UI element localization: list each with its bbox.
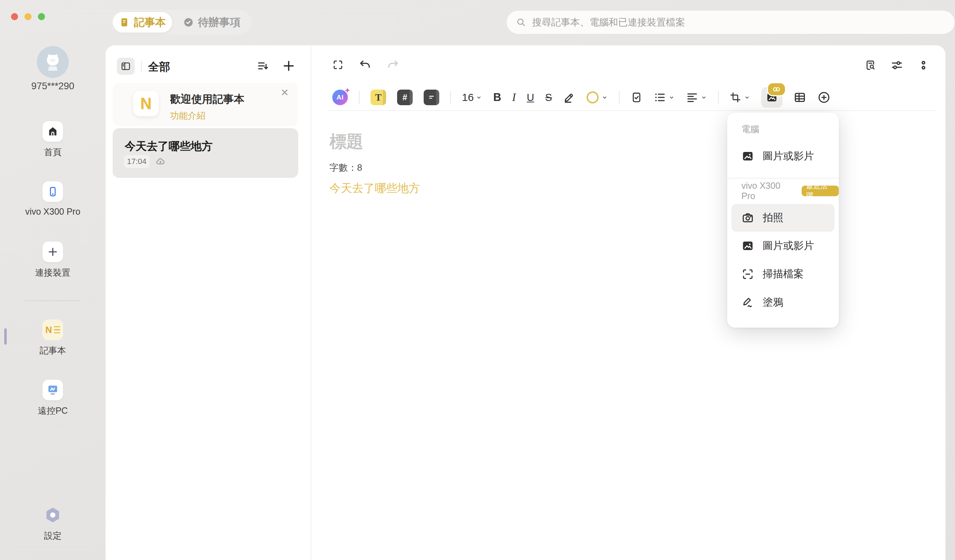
checkbox-button[interactable] — [631, 91, 643, 103]
doodle-pen-icon — [741, 296, 754, 309]
menu-item-take-photo[interactable]: 拍照 — [731, 204, 834, 232]
chevron-down-icon — [744, 94, 750, 100]
more-menu-button[interactable] — [917, 59, 930, 71]
tab-notes[interactable]: 記事本 — [113, 12, 172, 33]
chevron-down-icon — [601, 94, 608, 100]
link-badge — [767, 82, 786, 96]
sidebar-item-remote-pc-label: 遠控PC — [38, 405, 68, 416]
tab-todos[interactable]: 待辦事項 — [172, 15, 252, 30]
format-toolbar: AI✦ T # 16 B I U S — [332, 87, 831, 108]
underline-button[interactable]: U — [527, 92, 534, 103]
insert-image-menu: 電腦 圖片或影片 vivo X300 Pro 最近活躍 拍照 圖片或影片 掃描檔… — [727, 113, 839, 328]
sort-icon — [257, 59, 269, 72]
list-editor-divider — [311, 45, 312, 560]
insert-table-button[interactable] — [794, 91, 806, 104]
home-tile — [42, 121, 63, 142]
cat-avatar-icon — [42, 51, 64, 73]
menu-divider — [727, 178, 839, 178]
connect-tile — [42, 242, 63, 262]
note-title: 今天去了哪些地方 — [125, 139, 213, 154]
search-bar[interactable] — [507, 11, 955, 34]
new-note-button[interactable] — [282, 59, 296, 73]
sidebar-item-connect[interactable]: 連接裝置 — [0, 242, 106, 278]
sort-button[interactable] — [257, 59, 269, 72]
tab-notes-label: 記事本 — [134, 15, 166, 30]
monitor-icon — [46, 383, 59, 396]
cloud-sync-off-icon — [155, 156, 166, 167]
note-body-text[interactable]: 今天去了哪些地方 — [329, 181, 420, 196]
tab-todos-label: 待辦事項 — [198, 15, 241, 30]
sidebar-item-connect-label: 連接裝置 — [35, 267, 70, 278]
note-title-placeholder[interactable]: 標題 — [329, 130, 363, 153]
find-in-note-button[interactable] — [864, 59, 876, 71]
editor-top-actions — [332, 59, 399, 71]
close-window-button[interactable] — [11, 13, 18, 20]
remote-pc-tile — [42, 380, 63, 400]
fullscreen-button[interactable] — [332, 59, 344, 70]
list-style-button[interactable] — [654, 91, 675, 104]
menu-item-device-image[interactable]: 圖片或影片 — [727, 232, 839, 260]
sidebar-item-home[interactable]: 首頁 — [0, 121, 106, 158]
settings-hexagon-icon — [44, 506, 62, 524]
note-settings-button[interactable] — [891, 59, 903, 72]
tag-button[interactable]: # — [397, 90, 413, 105]
align-button[interactable] — [686, 91, 707, 104]
panel-toggle-icon — [121, 61, 131, 72]
insert-image-button[interactable] — [761, 87, 783, 108]
search-input[interactable] — [531, 17, 922, 28]
sidebar-item-phone-label: vivo X300 Pro — [25, 206, 80, 217]
recently-active-badge: 最近活躍 — [802, 186, 839, 196]
menu-item-computer-image[interactable]: 圖片或影片 — [727, 144, 839, 169]
text-style-button[interactable]: T — [371, 90, 386, 105]
menu-item-doodle[interactable]: 塗鴉 — [727, 288, 839, 317]
sparkle-icon: ✦ — [344, 86, 351, 95]
home-icon — [47, 126, 58, 137]
menu-section-device: vivo X300 Pro 最近活躍 — [741, 186, 839, 196]
close-icon[interactable]: ✕ — [280, 88, 289, 98]
sidebar-item-phone[interactable]: vivo X300 Pro — [0, 181, 106, 217]
highlight-button[interactable] — [563, 91, 576, 104]
notes-list-title: 全部 — [148, 59, 170, 74]
minimize-window-button[interactable] — [24, 13, 31, 20]
plus-icon — [282, 59, 296, 73]
ai-button[interactable]: AI✦ — [332, 90, 348, 105]
sidebar-item-settings-label: 設定 — [44, 530, 62, 541]
sidebar-item-notes[interactable]: N 記事本 — [0, 319, 106, 356]
menu-section-computer: 電腦 — [741, 123, 839, 135]
chevron-down-icon — [701, 94, 707, 100]
insert-more-button[interactable] — [817, 91, 831, 104]
search-icon — [516, 17, 526, 28]
chevron-down-icon — [668, 94, 675, 100]
header-separator — [141, 61, 142, 72]
check-circle-icon — [183, 17, 194, 28]
note-card-welcome[interactable]: N 歡迎使用記事本 功能介紹 ✕ — [113, 83, 298, 126]
crop-button[interactable] — [730, 92, 750, 103]
sidebar-item-settings[interactable]: 設定 — [0, 506, 106, 541]
notes-app-icon: N — [45, 325, 52, 334]
template-icon — [427, 93, 436, 102]
redo-button[interactable] — [387, 59, 399, 71]
menu-item-scan-document[interactable]: 掃描檔案 — [727, 260, 839, 288]
undo-button[interactable] — [359, 59, 371, 71]
image-icon — [741, 239, 754, 252]
sidebar-toggle-button[interactable] — [117, 58, 135, 75]
italic-button[interactable]: I — [512, 91, 516, 104]
template-button[interactable] — [424, 90, 439, 105]
strikethrough-button[interactable]: S — [545, 92, 552, 103]
avatar[interactable] — [37, 46, 69, 78]
plus-icon — [47, 246, 58, 258]
sidebar-item-remote-pc[interactable]: 遠控PC — [0, 380, 106, 416]
note-app-logo: N — [133, 91, 159, 116]
color-swatch — [587, 91, 599, 103]
camera-icon — [741, 211, 754, 224]
chevron-down-icon — [476, 94, 482, 100]
bold-button[interactable]: B — [493, 91, 501, 104]
view-tab-group: 記事本 待辦事項 — [111, 10, 252, 35]
font-size-select[interactable]: 16 — [462, 91, 482, 103]
editor-top-right-actions — [864, 59, 930, 72]
maximize-window-button[interactable] — [38, 13, 45, 20]
toolbar-divider — [328, 110, 937, 111]
font-color-button[interactable] — [587, 91, 608, 103]
note-card-selected[interactable]: 今天去了哪些地方 17:04 — [113, 128, 298, 178]
sidebar-item-notes-label: 記事本 — [40, 345, 66, 356]
